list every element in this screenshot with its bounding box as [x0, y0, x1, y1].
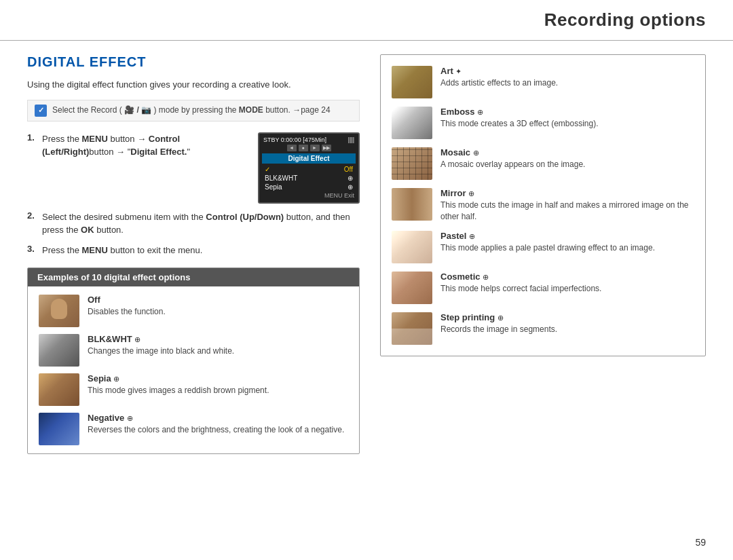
camera-ui-status: STBY 0:00:00 [475Min] ||||: [262, 136, 356, 143]
info-emboss: Emboss ⊕ This mode creates a 3D effect (…: [440, 107, 694, 130]
effect-negative: Negative ⊕ Reverses the colors and the b…: [39, 413, 348, 445]
name-pastel: Pastel ⊕: [440, 231, 694, 241]
effect-emboss: Emboss ⊕ This mode creates a 3D effect (…: [392, 107, 694, 139]
note-box: ✓ Select the Record ( 🎥 / 📷 ) mode by pr…: [27, 100, 360, 122]
effect-mirror: Mirror ⊕ This mode cuts the image in hal…: [392, 188, 694, 223]
info-step-printing: Step printing ⊕ Records the image in seg…: [440, 312, 694, 335]
info-art: Art ✦ Adds artistic effects to an image.: [440, 66, 694, 89]
info-off: Off Disables the function.: [88, 295, 348, 318]
desc-negative: Reverses the colors and the brightness, …: [88, 424, 348, 436]
examples-content: Off Disables the function. BLK&WHT ⊕ Cha…: [28, 286, 359, 453]
step-2: 2. Select the desired submenu item with …: [27, 210, 360, 237]
step-num-1: 1.: [27, 132, 37, 143]
step-num-3: 3.: [27, 244, 37, 254]
name-emboss: Emboss ⊕: [440, 107, 694, 117]
check-mark: ✓: [265, 166, 270, 173]
effect-off: Off Disables the function.: [39, 295, 348, 327]
camera-menu-off: ✓ Off: [262, 165, 356, 174]
thumb-off: [39, 295, 79, 327]
name-mirror: Mirror ⊕: [440, 188, 694, 198]
effect-mosaic: Mosaic ⊕ A mosaic overlay appears on the…: [392, 147, 694, 180]
name-off: Off: [88, 295, 348, 305]
desc-mirror: This mode cuts the image in half and mak…: [440, 200, 694, 223]
effect-sepia: Sepia ⊕ This mode gives images a reddish…: [39, 373, 348, 406]
examples-header: Examples of 10 digital effect options: [28, 268, 359, 286]
camera-ui-controls: ◄ ● ► ▶▶: [262, 145, 356, 151]
info-mosaic: Mosaic ⊕ A mosaic overlay appears on the…: [440, 147, 694, 170]
section-title: DIGITAL EFFECT: [27, 54, 360, 70]
thumb-step-printing: [392, 312, 432, 345]
name-cosmetic: Cosmetic ⊕: [440, 272, 694, 282]
steps: 1. Press the MENU button → Control (Left…: [27, 132, 360, 257]
thumb-mosaic: [392, 147, 432, 180]
left-column: DIGITAL EFFECT Using the digital effect …: [27, 54, 360, 454]
note-icon: ✓: [35, 105, 47, 117]
step-3: 3. Press the MENU button to exit the men…: [27, 244, 360, 257]
ctrl-btn-ff: ▶▶: [322, 145, 331, 151]
name-mosaic: Mosaic ⊕: [440, 147, 694, 157]
desc-mosaic: A mosaic overlay appears on the image.: [440, 159, 694, 170]
effect-blkwht: BLK&WHT ⊕ Changes the image into black a…: [39, 334, 348, 367]
effect-art: Art ✦ Adds artistic effects to an image.: [392, 66, 694, 98]
step-num-2: 2.: [27, 210, 37, 221]
name-negative: Negative ⊕: [88, 413, 348, 423]
page-title: Recording options: [544, 10, 706, 31]
right-column: Art ✦ Adds artistic effects to an image.…: [380, 54, 706, 366]
info-mirror: Mirror ⊕ This mode cuts the image in hal…: [440, 188, 694, 223]
name-blkwht: BLK&WHT ⊕: [88, 334, 348, 344]
name-step-printing: Step printing ⊕: [440, 312, 694, 322]
note-text: Select the Record ( 🎥 / 📷 ) mode by pres…: [52, 105, 331, 116]
examples-box: Examples of 10 digital effect options Of…: [27, 267, 360, 454]
effect-pastel: Pastel ⊕ This mode applies a pale pastel…: [392, 231, 694, 263]
effect-step-printing: Step printing ⊕ Records the image in seg…: [392, 312, 694, 345]
info-sepia: Sepia ⊕ This mode gives images a reddish…: [88, 373, 348, 396]
desc-emboss: This mode creates a 3D effect (embossing…: [440, 118, 694, 130]
thumb-cosmetic: [392, 272, 432, 304]
desc-art: Adds artistic effects to an image.: [440, 77, 694, 89]
thumb-art: [392, 66, 432, 98]
info-pastel: Pastel ⊕ This mode applies a pale pastel…: [440, 231, 694, 254]
thumb-mirror: [392, 188, 432, 221]
desc-off: Disables the function.: [88, 306, 348, 318]
ctrl-btn-play: ●: [299, 145, 308, 151]
step-1: 1. Press the MENU button → Control (Left…: [27, 132, 360, 204]
intro-text: Using the digital effect function gives …: [27, 78, 360, 92]
name-art: Art ✦: [440, 66, 694, 76]
page-header: Recording options: [0, 0, 733, 41]
name-sepia: Sepia ⊕: [88, 373, 348, 384]
desc-sepia: This mode gives images a reddish brown p…: [88, 385, 348, 396]
desc-pastel: This mode applies a pale pastel drawing …: [440, 242, 694, 254]
desc-cosmetic: This mode helps correct facial imperfect…: [440, 283, 694, 295]
thumb-blkwht: [39, 334, 79, 367]
step-1-content: Press the MENU button → Control (Left/Ri…: [42, 132, 360, 204]
camera-ui-mockup: STBY 0:00:00 [475Min] |||| ◄ ● ► ▶▶ Digi…: [258, 132, 360, 204]
info-negative: Negative ⊕ Reverses the colors and the b…: [88, 413, 348, 436]
right-effects-box: Art ✦ Adds artistic effects to an image.…: [380, 54, 706, 356]
page-number: 59: [695, 537, 706, 548]
info-blkwht: BLK&WHT ⊕ Changes the image into black a…: [88, 334, 348, 357]
thumb-pastel: [392, 231, 432, 263]
camera-menu-title: Digital Effect: [262, 153, 356, 164]
thumb-negative: [39, 413, 79, 445]
camera-ui-exit: MENU Exit: [262, 191, 356, 200]
ctrl-btn-left: ◄: [287, 145, 297, 151]
info-cosmetic: Cosmetic ⊕ This mode helps correct facia…: [440, 272, 694, 295]
camera-menu-sepia: Sepia ⊕: [262, 183, 356, 191]
ctrl-btn-right: ►: [310, 145, 320, 151]
thumb-emboss: [392, 107, 432, 139]
step-2-text: Select the desired submenu item with the…: [42, 210, 360, 237]
step-1-text: Press the MENU button → Control (Left/Ri…: [42, 132, 252, 159]
desc-step-printing: Records the image in segments.: [440, 324, 694, 335]
camera-menu-blkwht: BLK&WHT ⊕: [262, 174, 356, 183]
step-3-text: Press the MENU button to exit the menu.: [42, 244, 360, 257]
thumb-sepia: [39, 373, 79, 406]
effect-cosmetic: Cosmetic ⊕ This mode helps correct facia…: [392, 272, 694, 304]
desc-blkwht: Changes the image into black and white.: [88, 346, 348, 357]
